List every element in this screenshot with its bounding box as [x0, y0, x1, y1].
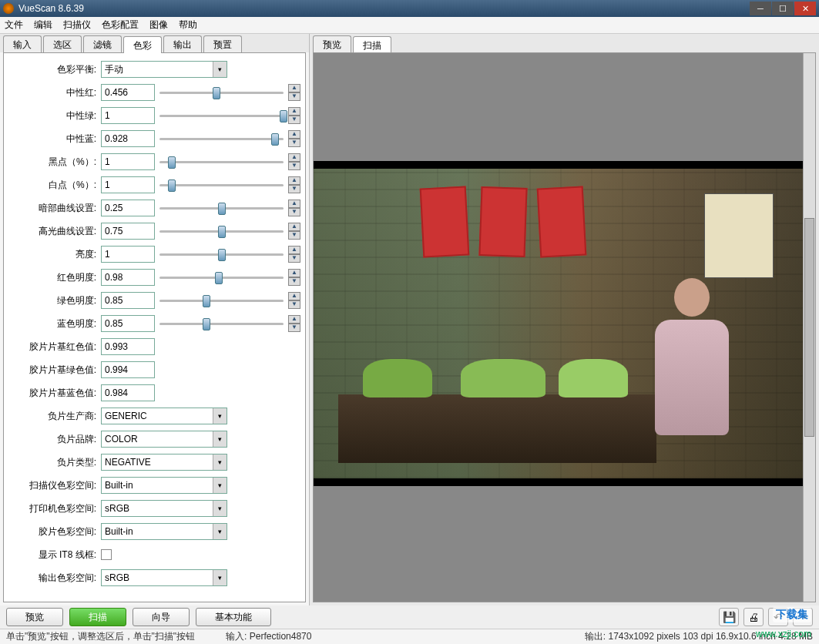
- watermark: 下载集: [773, 607, 811, 622]
- close-button[interactable]: ✕: [794, 2, 816, 15]
- spin-up-icon[interactable]: ▲: [288, 153, 300, 162]
- menu-item[interactable]: 编辑: [34, 18, 52, 32]
- print-icon[interactable]: 🖨: [743, 608, 764, 626]
- value-input[interactable]: [101, 176, 155, 193]
- spin-up-icon[interactable]: ▲: [288, 292, 300, 300]
- spin-down-icon[interactable]: ▼: [288, 139, 300, 147]
- slider[interactable]: [159, 178, 284, 192]
- value-input[interactable]: [101, 292, 155, 309]
- slider[interactable]: [159, 317, 284, 330]
- slider[interactable]: [159, 247, 284, 261]
- dropdown[interactable]: [101, 454, 227, 471]
- spin-up-icon[interactable]: ▲: [288, 200, 300, 208]
- dropdown[interactable]: [101, 408, 227, 424]
- spin-down-icon[interactable]: ▼: [288, 324, 300, 332]
- tab-选区[interactable]: 选区: [43, 35, 82, 52]
- spin-up-icon[interactable]: ▲: [288, 176, 300, 185]
- scan-button[interactable]: 扫描: [69, 608, 126, 626]
- spin-down-icon[interactable]: ▼: [288, 254, 300, 263]
- spin-up-icon[interactable]: ▲: [288, 84, 300, 92]
- spin-down-icon[interactable]: ▼: [288, 277, 300, 286]
- value-input[interactable]: [101, 384, 155, 401]
- menu-item[interactable]: 图像: [149, 18, 168, 32]
- spin-down-icon[interactable]: ▼: [288, 185, 300, 193]
- value-input[interactable]: [101, 84, 155, 101]
- chevron-down-icon[interactable]: ▾: [213, 524, 227, 539]
- minimize-button[interactable]: ─: [750, 2, 771, 15]
- spin-up-icon[interactable]: ▲: [288, 246, 300, 254]
- statusbar: 单击"预览"按钮，调整选区后，单击"扫描"按钮 输入: Perfection48…: [0, 629, 819, 644]
- dropdown[interactable]: [101, 523, 227, 540]
- menu-item[interactable]: 色彩配置: [102, 18, 139, 32]
- spin-down-icon[interactable]: ▼: [288, 116, 300, 124]
- slider[interactable]: [159, 270, 284, 284]
- value-input[interactable]: [101, 153, 155, 170]
- chevron-down-icon[interactable]: ▾: [213, 62, 227, 77]
- tab-预置[interactable]: 预置: [203, 35, 242, 52]
- field-label: 中性蓝:: [8, 132, 101, 146]
- value-input[interactable]: [101, 269, 155, 286]
- dropdown[interactable]: [101, 569, 227, 586]
- chevron-down-icon[interactable]: ▾: [213, 501, 227, 516]
- value-input[interactable]: [101, 107, 155, 124]
- field-label: 红色明度:: [8, 271, 101, 284]
- dropdown[interactable]: [101, 477, 227, 494]
- slider[interactable]: [159, 86, 284, 99]
- tab-色彩[interactable]: 色彩: [123, 36, 162, 53]
- chevron-down-icon[interactable]: ▾: [213, 408, 227, 424]
- spin-up-icon[interactable]: ▲: [288, 107, 300, 116]
- tab-滤镜[interactable]: 滤镜: [83, 35, 122, 52]
- field-label: 绿色明度:: [8, 294, 101, 307]
- slider[interactable]: [159, 224, 284, 238]
- slider[interactable]: [159, 132, 284, 146]
- spin-down-icon[interactable]: ▼: [288, 162, 300, 170]
- field-label: 白点（%）:: [8, 179, 101, 192]
- spin-up-icon[interactable]: ▲: [288, 130, 300, 139]
- color-balance-select[interactable]: [101, 61, 227, 78]
- field-label: 蓝色明度:: [8, 317, 101, 330]
- spin-down-icon[interactable]: ▼: [288, 208, 300, 216]
- tab-扫描[interactable]: 扫描: [353, 36, 391, 53]
- value-input[interactable]: [101, 315, 155, 332]
- chevron-down-icon[interactable]: ▾: [213, 431, 227, 447]
- chevron-down-icon[interactable]: ▾: [213, 570, 227, 585]
- preview-button[interactable]: 预览: [6, 608, 63, 626]
- it8-checkbox[interactable]: [101, 549, 112, 560]
- menu-item[interactable]: 文件: [5, 18, 23, 32]
- slider[interactable]: [159, 201, 284, 215]
- vertical-scrollbar[interactable]: [803, 53, 815, 602]
- field-label: 中性绿:: [8, 109, 101, 122]
- maximize-button[interactable]: ☐: [772, 2, 794, 15]
- spin-up-icon[interactable]: ▲: [288, 223, 300, 231]
- menu-item[interactable]: 扫描仪: [63, 18, 91, 32]
- tab-预览[interactable]: 预览: [313, 35, 351, 52]
- spin-down-icon[interactable]: ▼: [288, 300, 300, 309]
- guide-button[interactable]: 向导: [133, 608, 190, 626]
- spin-up-icon[interactable]: ▲: [288, 315, 300, 324]
- dropdown[interactable]: [101, 431, 227, 448]
- field-label: 胶片色彩空间:: [8, 525, 101, 538]
- settings-scroll[interactable]: 色彩平衡:▾中性红:▲▼中性绿:▲▼中性蓝:▲▼黑点（%）:▲▼白点（%）:▲▼…: [4, 53, 305, 602]
- value-input[interactable]: [101, 200, 155, 216]
- basic-button[interactable]: 基本功能: [196, 608, 271, 626]
- field-label: 扫描仪色彩空间:: [8, 479, 101, 492]
- chevron-down-icon[interactable]: ▾: [213, 454, 227, 470]
- spin-up-icon[interactable]: ▲: [288, 269, 300, 277]
- value-input[interactable]: [101, 130, 155, 147]
- value-input[interactable]: [101, 361, 155, 378]
- slider[interactable]: [159, 109, 284, 122]
- slider[interactable]: [159, 293, 284, 307]
- spin-down-icon[interactable]: ▼: [288, 92, 300, 101]
- slider[interactable]: [159, 155, 284, 169]
- save-icon[interactable]: 💾: [719, 608, 739, 626]
- value-input[interactable]: [101, 223, 155, 240]
- value-input[interactable]: [101, 338, 155, 355]
- tab-输入[interactable]: 输入: [3, 35, 42, 52]
- menu-item[interactable]: 帮助: [179, 18, 197, 32]
- field-label: 胶片片基红色值:: [8, 340, 101, 354]
- tab-输出[interactable]: 输出: [163, 35, 202, 52]
- chevron-down-icon[interactable]: ▾: [213, 478, 227, 493]
- spin-down-icon[interactable]: ▼: [288, 231, 300, 240]
- value-input[interactable]: [101, 246, 155, 263]
- dropdown[interactable]: [101, 500, 227, 517]
